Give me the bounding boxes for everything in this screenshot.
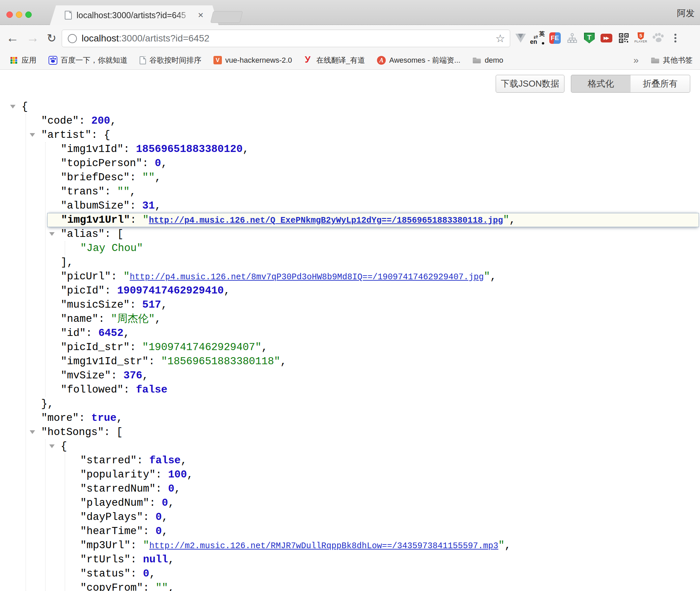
bookmark-item[interactable]: 在线翻译_有道 [304,55,365,65]
bookmark-label: 在线翻译_有道 [316,55,365,65]
collapse-caret-icon[interactable] [30,133,35,137]
json-key: "alias" [61,228,105,240]
json-bracket: [ [117,228,123,240]
json-line: "playedNum": 0, [0,496,700,510]
download-json-button[interactable]: 下载JSON数据 [496,75,564,93]
paw-icon[interactable] [649,30,667,46]
json-colon: : [111,370,123,381]
bookmark-item[interactable]: 应用 [9,55,36,65]
json-key: "followed" [61,384,123,396]
json-quote: " [123,271,130,282]
bookmarks-right: » 其他书签 [633,55,700,66]
json-line: "starredNum": 0, [0,482,700,496]
json-value: 0 [162,497,168,509]
json-key: "img1v1Id_str" [61,355,148,367]
browser-toolbar: ← → ↻ localhost:3000/artists?id=6452 ☆ P… [0,25,700,51]
collapse-all-button[interactable]: 折叠所有 [631,75,690,93]
qr-code-icon[interactable] [615,30,632,46]
tab-close-icon[interactable]: × [198,10,203,20]
json-key: "picUrl" [61,271,111,282]
json-line: ], [0,255,700,270]
json-line: "picId_str": "19097417462929407", [0,340,700,354]
json-line: "alias": [ [0,227,700,241]
json-line: "popularity": 100, [0,468,700,482]
json-colon: : [123,143,136,155]
translator-icon[interactable] [529,30,546,46]
json-colon: : [123,384,136,396]
json-comma: , [130,186,136,197]
fe-glyph [549,32,561,44]
json-comma: , [509,214,516,226]
json-key: "img1v1Id" [61,143,123,155]
youdao-icon [304,56,313,65]
json-string: "周杰伦" [111,313,155,325]
collapse-caret-icon[interactable] [30,430,35,434]
new-tab-button[interactable] [210,11,243,23]
active-tab[interactable]: localhost:3000/artists?id=645 × [50,5,218,25]
bookmark-item[interactable]: 谷歌按时间排序 [140,55,201,65]
collapse-caret-icon[interactable] [49,232,55,236]
bookmark-star-icon[interactable]: ☆ [495,32,505,45]
json-viewer: {"code": 200,"artist": {"img1v1Id": 1856… [0,100,700,591]
json-colon: : [105,285,117,297]
fe-badge-icon[interactable] [546,30,563,46]
json-key: "picId_str" [61,341,130,353]
json-comma: , [181,455,187,466]
video-speed-icon[interactable] [598,30,615,46]
vue-devtools-icon[interactable] [512,30,529,46]
json-colon: : [104,426,116,438]
json-comma: , [243,143,249,155]
bookmark-item[interactable]: vue-hackernews-2.0 [213,56,292,65]
bookmark-item[interactable]: Awesomes - 前端资... [377,55,460,65]
sitemap-icon[interactable] [563,30,581,46]
json-key: "topicPerson" [61,157,142,169]
format-button[interactable]: 格式化 [571,75,631,93]
json-line: "Jay Chou" [0,241,700,255]
window-zoom-button[interactable] [25,11,32,18]
back-button[interactable]: ← [5,25,20,51]
json-link[interactable]: http://p4.music.126.net/Q_ExePNkmgB2yWyL… [149,216,503,225]
json-line: "rtUrls": null, [0,553,700,567]
json-value: 0 [143,568,149,580]
html5-player-icon[interactable]: PLAYER [632,30,649,46]
json-colon: : [143,582,155,591]
profile-name[interactable]: 阿发 [677,7,695,19]
json-colon: : [137,455,149,466]
collapse-caret-icon[interactable] [49,444,55,448]
json-quote: " [498,539,505,551]
json-line: "mvSize": 376, [0,369,700,383]
json-line: "albumSize": 31, [0,199,700,213]
reload-button[interactable]: ↻ [44,25,59,51]
collapse-caret-icon[interactable] [10,105,16,108]
vertical-dots-glyph [674,34,676,36]
window-close-button[interactable] [6,11,13,18]
forward-button[interactable]: → [25,25,40,51]
json-colon: : [143,525,155,537]
site-info-icon[interactable] [68,34,77,43]
json-comma: , [123,327,130,339]
json-line: { [0,439,700,454]
json-colon: : [98,313,111,325]
bookmark-item[interactable]: demo [472,56,503,65]
window-titlebar: localhost:3000/artists?id=645 × 阿发 [0,0,700,25]
window-minimize-button[interactable] [16,11,22,18]
json-colon: : [130,341,142,353]
json-key: "mp3Url" [80,539,130,551]
json-comma: , [168,554,174,565]
json-link[interactable]: http://p4.music.126.net/8mv7qP30Pd3oHW8b… [130,272,484,282]
json-line: "code": 200, [0,114,700,128]
browser-menu-icon[interactable] [667,30,684,46]
json-colon: : [130,554,143,565]
other-bookmarks-folder[interactable]: 其他书签 [651,55,693,65]
sitemap-graphic [567,33,578,43]
json-quote: " [143,214,149,226]
json-link[interactable]: http://m2.music.126.net/RMJR7wDullRqppBk… [149,541,498,551]
json-line: "followed": false [0,383,700,397]
tampermonkey-icon[interactable] [581,30,598,46]
json-key: "picId" [61,285,105,297]
json-colon: : [130,200,142,212]
address-bar[interactable]: localhost:3000/artists?id=6452 ☆ [62,30,510,47]
bookmark-item[interactable]: 百度一下，你就知道 [49,55,127,65]
json-bracket: [ [116,426,123,438]
bookmarks-overflow-chevron[interactable]: » [633,55,639,66]
